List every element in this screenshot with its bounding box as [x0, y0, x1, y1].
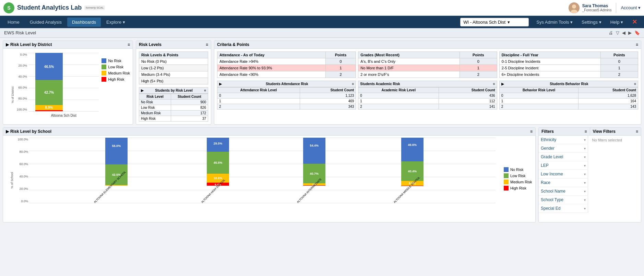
- help-menu[interactable]: Help ▾: [606, 18, 627, 27]
- risk-levels-body: Risk Levels & Points No Risk (0 Pts) Low…: [136, 49, 211, 124]
- nav-home[interactable]: Home: [3, 18, 24, 27]
- forward-icon[interactable]: ▶: [628, 30, 632, 35]
- school-chart-header-title: ▶ Risk Level by School: [6, 129, 51, 134]
- no-risk-segment: 46.5%: [35, 53, 63, 80]
- filter-race[interactable]: Race ▾: [539, 179, 588, 187]
- no-filters-text: No filters selected: [590, 136, 624, 144]
- discipline-table: Discipline - Full Year Points 0-1 Discip…: [499, 51, 638, 78]
- legend-low-risk: Low Risk: [102, 65, 130, 69]
- settings-menu[interactable]: Settings ▾: [577, 18, 606, 27]
- video-icon5[interactable]: ▶: [6, 129, 9, 134]
- risk-levels-menu[interactable]: ≡: [206, 42, 208, 47]
- behavior-risk-menu[interactable]: ≡: [634, 82, 636, 86]
- video-icon[interactable]: ▶: [6, 42, 9, 47]
- app-badge: formerly SCAL: [84, 5, 105, 10]
- school-legend-high-risk-label: High Risk: [510, 186, 526, 190]
- district-chart-body: % of District 100.0% 80.0% 60.0% 40.0% 2…: [3, 49, 133, 121]
- filters-menu[interactable]: ≡: [584, 129, 587, 134]
- account-link[interactable]: Account ▾: [621, 5, 641, 10]
- students-risk-menu[interactable]: ≡: [204, 89, 206, 92]
- students-risk-title: Students by Risk Level: [155, 89, 192, 92]
- view-filters-menu[interactable]: ≡: [636, 129, 638, 134]
- filter-school-type[interactable]: School Type ▾: [539, 196, 588, 204]
- panel-criteria-header: Criteria & Points ≡: [214, 41, 641, 49]
- table-row: Low Risk826: [139, 105, 208, 111]
- students-risk-header: ▶ Students by Risk Level ≡: [139, 87, 208, 94]
- table-row: 1112: [358, 99, 497, 104]
- table-row: A's, B's and C's Only0: [358, 58, 497, 65]
- filter-ethnicity-caret: ▾: [584, 138, 586, 142]
- academic-risk-menu[interactable]: ≡: [493, 82, 495, 86]
- school-chart-inner: 0.0% 20.0% 40.0% 60.0% 80.0% 100.0%: [16, 138, 496, 220]
- middle-label: ALTOONA MIDDLE SCHOOL: [393, 186, 432, 203]
- nav-dashboards[interactable]: Dashboards: [67, 18, 101, 27]
- separator: [616, 3, 616, 13]
- logo-area: S Student Analytics Lab formerly SCAL: [3, 2, 105, 13]
- risk-level-cell: No Risk (0 Pts): [139, 58, 208, 65]
- discipline-header: Discipline - Full Year: [499, 52, 600, 58]
- risk-level-cell: High (5+ Pts): [139, 78, 208, 84]
- panel-risk-school-header: ▶ Risk Level by School ≡: [3, 128, 535, 136]
- video-icon3[interactable]: ▶: [219, 82, 222, 86]
- filter-grade-level[interactable]: Grade Level ▾: [539, 153, 588, 161]
- filter-gender[interactable]: Gender ▾: [539, 144, 588, 153]
- intermediate-label: ALTOONA INTERMEDIATE: [296, 186, 332, 203]
- bookmark-icon[interactable]: 🔖: [634, 30, 640, 35]
- panel-menu-icon[interactable]: ≡: [128, 42, 130, 47]
- filters-list: Ethnicity ▾ Gender ▾ Grade Level ▾ LEP ▾: [539, 136, 588, 213]
- district-caret: ▾: [508, 20, 510, 25]
- filter-lep[interactable]: LEP ▾: [539, 161, 588, 170]
- school-bar-elementary: 42.5% 56.0% ALTOONA ELEMENTARY SCHOOL: [93, 138, 140, 203]
- filter-special-ed-caret: ▾: [584, 207, 586, 210]
- user-info: Sara Thomas _Forecast5 Admins: [582, 3, 612, 12]
- criteria-menu[interactable]: ≡: [636, 42, 638, 47]
- low-risk-segment: 42.7%: [35, 80, 63, 105]
- no-risk-pct-label: 46.5%: [44, 65, 54, 68]
- attendance-risk-header: ▶ Students Attendance Risk ≡: [217, 81, 356, 87]
- filter-low-income[interactable]: Low Income ▾: [539, 170, 588, 179]
- district-selector[interactable]: WI - Altoona Sch Dist ▾: [460, 18, 529, 26]
- district-bar-chart: 100.0% 80.0% 60.0% 40.0% 20.0% 0.0%: [16, 53, 99, 118]
- print-icon[interactable]: 🖨: [609, 30, 613, 35]
- school-legend-items: No Risk Low Risk Medium Risk High R: [504, 167, 532, 191]
- close-button[interactable]: ✕: [628, 16, 641, 28]
- students-by-risk-panel: ▶ Students by Risk Level ≡ Risk Level St…: [139, 87, 208, 122]
- back-icon[interactable]: ◀: [622, 30, 625, 35]
- view-filters-header: View Filters ≡: [590, 128, 641, 136]
- high-label: ALTOONA HIGH SCHOOL: [200, 186, 236, 203]
- breadcrumb-actions: 🖨 ▽ ◀ ▶ 🔖: [609, 30, 640, 35]
- school-legend-no-risk-label: No Risk: [510, 168, 524, 172]
- filter-ethnicity[interactable]: Ethnicity ▾: [539, 136, 588, 144]
- table-row: 01,123: [217, 93, 356, 99]
- school-y-axis: 0.0% 20.0% 40.0% 60.0% 80.0% 100.0%: [16, 138, 29, 203]
- academic-risk-panel: Students Academic Risk ≡ Academic Risk L…: [358, 81, 497, 110]
- app-title: Student Analytics Lab: [17, 4, 82, 11]
- filter-lep-label: LEP: [541, 163, 549, 168]
- sys-admin-tools[interactable]: Sys Admin Tools ▾: [532, 18, 577, 27]
- video-icon2[interactable]: ▶: [141, 89, 144, 92]
- filter-school-name[interactable]: School Name ▾: [539, 187, 588, 196]
- user-org: _Forecast5 Admins: [582, 8, 612, 12]
- nav-explore[interactable]: Explore ▾: [102, 18, 130, 27]
- attendance-risk-title: Students Attendance Risk: [266, 82, 308, 86]
- risk-levels-col-header: Risk Levels & Points: [139, 52, 208, 58]
- discipline-criteria: Discipline - Full Year Points 0-1 Discip…: [499, 51, 638, 78]
- attendance-risk-menu[interactable]: ≡: [352, 82, 354, 86]
- school-chart-menu[interactable]: ≡: [530, 129, 533, 134]
- table-row: 6+ Discipline Incidents2: [499, 71, 638, 78]
- filter-low-income-label: Low Income: [541, 172, 563, 176]
- school-legend-low-risk-label: Low Risk: [510, 174, 526, 178]
- bottom-tables-row: ▶ Students by Risk Level ≡ Risk Level St…: [139, 87, 208, 122]
- y-axis-label: % of District: [11, 87, 14, 103]
- attendance-table: Attendance - As of Today Points Attendan…: [217, 51, 356, 78]
- risk-levels-table: Risk Levels & Points No Risk (0 Pts) Low…: [139, 51, 208, 84]
- nav-guided-analysis[interactable]: Guided Analysis: [25, 18, 67, 27]
- filter-icon[interactable]: ▽: [616, 30, 619, 35]
- video-icon4[interactable]: ▶: [501, 82, 504, 86]
- panel-risk-district-header: ▶ Risk Level by District ≡: [3, 41, 133, 49]
- col-risk-level: Risk Level: [139, 94, 171, 100]
- discipline-pts-header: Points: [600, 52, 638, 58]
- district-stacked-bar: 8.9% 42.7% 46.5%: [35, 53, 63, 111]
- nav-right-tools: Sys Admin Tools ▾ Settings ▾ Help ▾ ✕: [532, 16, 641, 28]
- filter-special-ed[interactable]: Special Ed ▾: [539, 204, 588, 213]
